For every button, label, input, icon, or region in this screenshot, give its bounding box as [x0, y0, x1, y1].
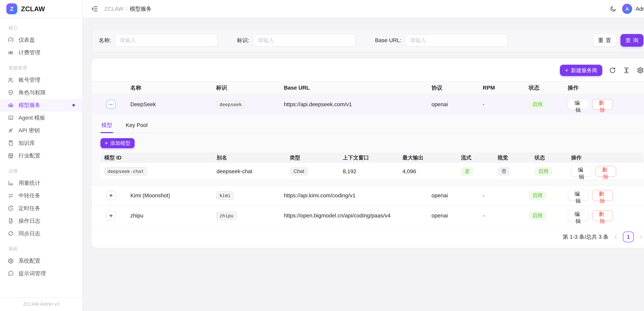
sidebar-item-knowledge-base[interactable]: 知识库	[0, 137, 82, 149]
add-model-button[interactable]: + 添加模型	[100, 138, 134, 148]
provider-row-deepseek[interactable]: DeepSeek deepseek https://api.deepseek.c…	[92, 95, 644, 114]
edit-button[interactable]: 编辑	[568, 99, 589, 110]
models-table-header: 模型 ID 别名 类型 上下文窗口 最大输出 流式 视觉 状态 操作	[100, 152, 644, 163]
tab-models[interactable]: 模型	[100, 118, 113, 133]
refresh-icon	[609, 67, 616, 74]
name-filter-input[interactable]	[115, 34, 218, 47]
next-page-button[interactable]	[638, 234, 644, 239]
users-icon	[8, 77, 14, 83]
active-indicator-dot	[72, 104, 75, 106]
provider-row-kimi[interactable]: Kimi (Moonshot) kimi https://api.kimi.co…	[92, 186, 644, 206]
edit-button[interactable]: 编辑	[571, 166, 592, 177]
column-header: 流式	[461, 154, 498, 161]
sidebar-item-model-services[interactable]: 模型服务	[0, 99, 82, 112]
sidebar-item-label: 账号管理	[18, 76, 40, 84]
provider-slug-chip: kimi	[216, 191, 234, 200]
row-height-button[interactable]	[623, 67, 630, 74]
model-row-deepseek-chat[interactable]: deepseek-chat deepseek-chat Chat 8,192 4…	[100, 163, 644, 180]
column-header: 上下文窗口	[343, 154, 402, 161]
expand-row-button[interactable]	[106, 191, 116, 200]
sidebar-item-roles[interactable]: 角色与权限	[0, 86, 82, 99]
sidebar-item-industry-config[interactable]: 行业配置	[0, 149, 82, 162]
breadcrumb-root[interactable]: ZCLAW	[104, 6, 123, 12]
sidebar-item-label: Agent 模板	[18, 114, 45, 122]
line-height-icon	[623, 67, 630, 74]
stream-badge: 是	[461, 167, 474, 176]
provider-row-zhipu[interactable]: zhipu zhipu https://open.bigmodel.cn/api…	[92, 206, 644, 226]
nav-section-label-ops: 运维	[0, 162, 82, 177]
sidebar-collapse-button[interactable]	[91, 5, 98, 13]
sidebar-item-system-config[interactable]: 系统配置	[0, 254, 82, 267]
breadcrumb-current: 模型服务	[130, 5, 152, 13]
brand-logo: Z	[6, 3, 17, 14]
expand-row-button[interactable]	[106, 211, 116, 220]
model-id-chip: deepseek-chat	[104, 167, 147, 176]
reset-button[interactable]: 重置	[593, 34, 616, 47]
sidebar-item-dashboard[interactable]: 仪表盘	[0, 34, 82, 46]
sidebar-item-label: 定时任务	[18, 205, 40, 212]
sidebar-item-scheduled-tasks[interactable]: 定时任务	[0, 202, 82, 215]
column-header: 名称	[130, 84, 216, 92]
status-badge: 启用	[528, 100, 546, 109]
sidebar-item-api-keys[interactable]: API 密钥	[0, 124, 82, 137]
sidebar-item-agent-templates[interactable]: Agent 模板	[0, 112, 82, 124]
column-settings-button[interactable]	[637, 67, 644, 74]
create-provider-button[interactable]: + 新建服务商	[560, 65, 602, 76]
robot-icon	[8, 115, 14, 121]
filter-group-name: 名称:	[99, 34, 218, 47]
model-alias: deepseek-chat	[216, 168, 290, 174]
sidebar-item-operation-logs[interactable]: 操作日志	[0, 215, 82, 227]
sidebar-item-accounts[interactable]: 账号管理	[0, 74, 82, 86]
sidebar-item-label: 角色与权限	[18, 89, 46, 96]
delete-button[interactable]: 删除	[592, 99, 613, 110]
status-badge: 启用	[534, 167, 552, 176]
sidebar-item-sync-logs[interactable]: 同步日志	[0, 227, 82, 240]
model-cloud-icon	[8, 102, 14, 108]
dark-mode-toggle[interactable]	[610, 6, 616, 12]
base-url-filter-input[interactable]	[405, 34, 508, 47]
sidebar-item-usage-stats[interactable]: 用量统计	[0, 177, 82, 189]
delete-button[interactable]: 删除	[596, 166, 616, 177]
column-header: Base URL	[284, 85, 432, 91]
row-actions: 编辑 删除	[571, 166, 644, 177]
avatar: A	[622, 4, 632, 14]
sidebar-item-billing[interactable]: 计费管理	[0, 46, 82, 59]
user-name: Admin	[636, 6, 644, 12]
sidebar-item-relay-tasks[interactable]: 中转任务	[0, 189, 82, 202]
sidebar-item-prompt-management[interactable]: 提示词管理	[0, 267, 82, 280]
relay-swap-icon	[8, 193, 14, 199]
usage-chart-icon	[8, 180, 14, 186]
provider-name: Kimi (Moonshot)	[130, 192, 216, 199]
plus-icon	[108, 213, 114, 218]
collapse-row-button[interactable]	[106, 100, 116, 109]
gear-icon	[637, 67, 644, 74]
filter-group-base-url: Base URL:	[375, 34, 508, 47]
prev-page-button[interactable]	[613, 234, 618, 239]
minus-icon	[108, 102, 114, 107]
plus-icon	[108, 193, 114, 198]
edit-button[interactable]: 编辑	[568, 210, 589, 221]
delete-button[interactable]: 删除	[592, 190, 613, 201]
card-toolbar: + 新建服务商	[92, 59, 644, 81]
page-number-current[interactable]: 1	[623, 231, 634, 242]
provider-base-url: https://api.deepseek.com/v1	[284, 101, 432, 108]
sidebar-item-label: 用量统计	[18, 179, 40, 187]
column-header: 别名	[216, 154, 290, 161]
delete-button[interactable]: 删除	[592, 210, 613, 221]
tab-key-pool[interactable]: Key Pool	[125, 118, 148, 133]
plus-icon: +	[565, 67, 568, 73]
topbar: ZCLAW / 模型服务 A Admin	[83, 0, 644, 18]
sidebar-item-label: 提示词管理	[18, 270, 46, 277]
slug-filter-input[interactable]	[253, 34, 356, 47]
provider-rpm: -	[483, 212, 528, 219]
nav-section-label-system: 系统	[0, 240, 82, 254]
search-button[interactable]: 查询	[620, 34, 644, 47]
refresh-button[interactable]	[609, 67, 616, 74]
provider-base-url: https://open.bigmodel.cn/api/coding/paas…	[284, 212, 432, 219]
provider-rpm: -	[483, 101, 528, 108]
provider-expanded-panel: 模型 Key Pool + 添加模型 模型 ID 别名 类型 上下文窗口 最大输…	[92, 114, 644, 186]
edit-button[interactable]: 编辑	[568, 190, 589, 201]
filter-label-slug: 标识:	[237, 37, 249, 44]
user-menu[interactable]: A Admin	[622, 4, 644, 14]
breadcrumb: ZCLAW / 模型服务	[104, 5, 152, 13]
